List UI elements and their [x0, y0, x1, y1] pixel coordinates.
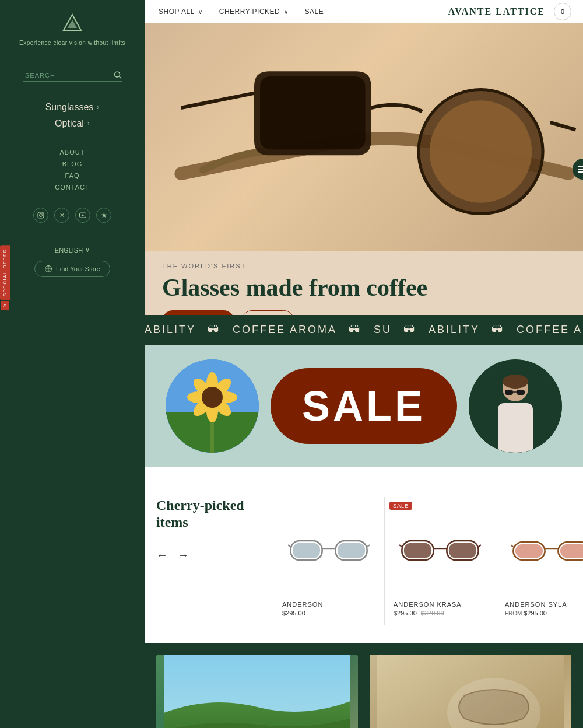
nav-cherry-picked[interactable]: CHERRY-PICKED ∨ [217, 8, 291, 16]
svg-point-6 [42, 214, 43, 214]
svg-line-54 [399, 545, 402, 547]
marquee-item: ABILITY [145, 324, 196, 336]
svg-rect-52 [449, 543, 476, 558]
language-selector[interactable]: ENGLISH ∨ [55, 246, 90, 254]
hero-text-area: THE WORLD'S FIRST Glasses made from coff… [145, 251, 583, 315]
svg-rect-45 [338, 543, 365, 558]
glasses-icon: 🕶 [208, 323, 221, 337]
view-all-button[interactable]: View all [241, 310, 294, 315]
product-name-2: ANDERSON KRASA [394, 601, 487, 608]
cherry-picked-section: Cherry-pickeditems ← → [145, 467, 583, 643]
main-content: SHOP ALL ∨ CHERRY-PICKED ∨ SALE AVANTE L… [145, 0, 583, 728]
products-grid: ANDERSON $295.00 SALE [273, 497, 583, 625]
glasses-icon: 🕶 [349, 323, 362, 337]
product-card-3: ANDERSON SYLA FROM $295.00 [496, 497, 583, 625]
product-detail-svg [370, 654, 571, 728]
product-image-3 [505, 506, 583, 596]
x-label: ✕ [59, 212, 65, 219]
search-icon [114, 71, 122, 79]
nav-blog[interactable]: BLOG [55, 158, 89, 170]
instagram-svg [37, 212, 44, 219]
section-nav-arrows: ← → [156, 548, 261, 562]
sale-pill: SALE [271, 368, 457, 444]
search-button[interactable] [114, 71, 122, 80]
category-optical[interactable]: Optical › [0, 116, 145, 132]
sale-banner: SALE [145, 345, 583, 467]
cart-button[interactable]: 0 [554, 3, 571, 20]
product-glasses-svg-3 [511, 535, 583, 567]
bottom-sections [145, 654, 583, 728]
youtube-svg [79, 212, 86, 219]
hero-buttons: Find out more View all [162, 310, 566, 315]
svg-rect-38 [498, 403, 533, 453]
product-name-1: ANDERSON [282, 601, 375, 608]
star-icon[interactable]: ★ [96, 208, 111, 223]
nav-about[interactable]: ABOUT [55, 146, 89, 158]
social-icons: ✕ ★ [33, 208, 111, 223]
x-icon[interactable]: ✕ [54, 208, 69, 223]
product-image-area [370, 654, 571, 728]
nav-shop-all[interactable]: SHOP ALL ∨ [156, 8, 205, 16]
product-price-old: $320.00 [421, 610, 444, 617]
landscape-svg [156, 654, 358, 728]
svg-point-2 [115, 72, 120, 77]
product-image-1 [282, 506, 375, 596]
svg-line-15 [181, 93, 254, 108]
product-name-3: ANDERSON SYLA [505, 601, 583, 608]
chevron-right-icon: › [87, 120, 90, 128]
category-sunglasses-label: Sunglasses [45, 102, 94, 113]
instagram-icon[interactable] [33, 208, 48, 223]
brand-tagline: Experience clear vision without limits [19, 40, 125, 46]
sunflower-circle [166, 359, 259, 453]
chevron-down-icon: ∨ [198, 9, 203, 15]
svg-line-61 [511, 545, 513, 547]
special-offer-label: SPECIAL OFFER [0, 245, 10, 300]
category-nav: Sunglasses › Optical › [0, 99, 145, 132]
product-price-current: $295.00 [394, 610, 417, 617]
sale-badge: SALE [389, 502, 412, 510]
cart-count: 0 [561, 8, 564, 15]
special-offer-close-button[interactable]: × [1, 301, 9, 310]
product-card-2: SALE ANDERSON KRASA [385, 497, 496, 625]
landscape-image [156, 654, 358, 728]
side-menu-button[interactable] [573, 159, 583, 180]
nav-contact[interactable]: CONTACT [55, 181, 89, 193]
chevron-down-icon: ∨ [284, 9, 289, 15]
brand-name: AVANTE LATTICE [448, 6, 545, 17]
nav-links: ABOUT BLOG FAQ CONTACT [55, 146, 89, 193]
cherry-picked-label: CHERRY-PICKED [219, 8, 280, 16]
svg-rect-43 [293, 543, 320, 558]
search-input[interactable] [23, 69, 122, 82]
youtube-icon[interactable] [75, 208, 90, 223]
top-nav-links: SHOP ALL ∨ CHERRY-PICKED ∨ SALE [156, 8, 448, 16]
svg-point-5 [40, 214, 43, 217]
prev-arrow-button[interactable]: ← [156, 548, 168, 562]
find-store-button[interactable]: Find Your Store [34, 261, 110, 277]
sunflower-svg [166, 359, 259, 453]
chevron-down-icon: ∨ [85, 246, 90, 254]
nav-faq[interactable]: FAQ [55, 170, 89, 181]
person-circle [469, 359, 562, 453]
find-out-more-button[interactable]: Find out more [162, 310, 234, 315]
language-label: ENGLISH [55, 247, 83, 254]
svg-rect-59 [560, 544, 583, 558]
category-optical-label: Optical [55, 118, 84, 129]
hamburger-icon [578, 165, 583, 173]
hero-glasses-svg [145, 23, 583, 251]
chevron-right-icon: › [97, 103, 99, 111]
glasses-icon: 🕶 [491, 323, 505, 337]
marquee-item: SU [374, 324, 392, 336]
section-title: Cherry-pickeditems [156, 497, 261, 531]
svg-point-37 [503, 374, 528, 388]
special-offer-tab[interactable]: SPECIAL OFFER × [0, 245, 10, 310]
category-sunglasses[interactable]: Sunglasses › [0, 99, 145, 116]
sale-text: SALE [302, 382, 426, 430]
product-glasses-svg-1 [288, 535, 370, 567]
svg-line-47 [288, 545, 290, 547]
svg-rect-39 [505, 390, 513, 395]
star-label: ★ [101, 211, 107, 220]
brand-logo-icon [61, 12, 84, 35]
next-arrow-button[interactable]: → [177, 548, 189, 562]
nav-sale[interactable]: SALE [303, 8, 326, 16]
product-price-2: $295.00 $320.00 [394, 610, 487, 617]
